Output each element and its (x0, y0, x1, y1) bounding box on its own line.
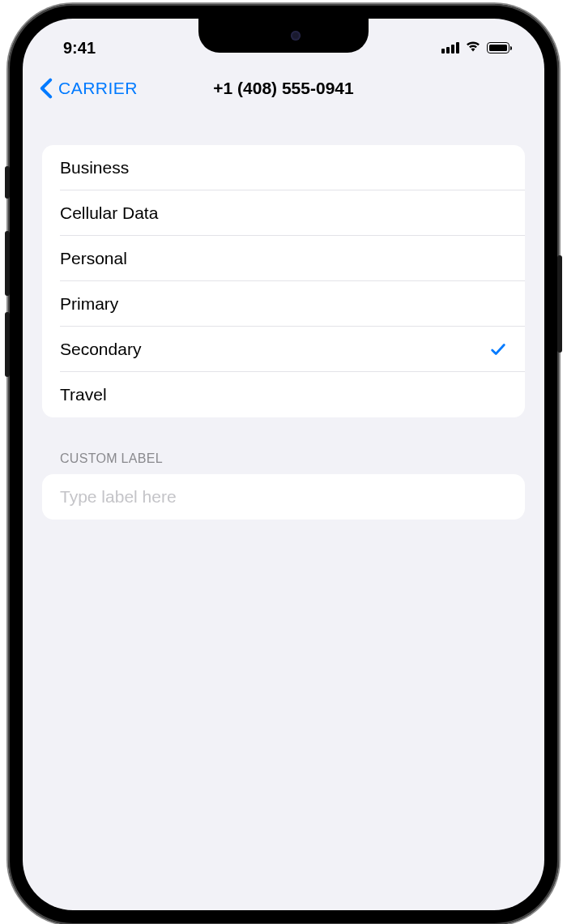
navigation-bar: CARRIER +1 (408) 555-0941 (23, 64, 544, 113)
power-button (557, 255, 562, 353)
page-title: +1 (408) 555-0941 (213, 79, 353, 98)
chevron-left-icon (37, 78, 55, 99)
front-camera (291, 31, 301, 41)
device-frame: 9:41 (8, 4, 559, 924)
list-item-label: Travel (60, 385, 107, 404)
label-option-personal[interactable]: Personal (42, 236, 525, 281)
volume-down-button (5, 312, 10, 377)
silent-switch (5, 166, 10, 199)
custom-label-group (42, 474, 525, 520)
checkmark-icon (489, 340, 507, 358)
list-item-label: Business (60, 158, 129, 178)
custom-label-input[interactable] (60, 487, 507, 507)
back-button-label: CARRIER (58, 79, 138, 98)
content: Business Cellular Data Personal Primary … (23, 113, 544, 520)
battery-icon (487, 42, 512, 53)
screen: 9:41 (23, 19, 544, 910)
list-item-label: Secondary (60, 340, 141, 359)
list-item-label: Cellular Data (60, 203, 158, 223)
volume-up-button (5, 231, 10, 296)
back-button[interactable]: CARRIER (37, 78, 138, 99)
label-option-primary[interactable]: Primary (42, 281, 525, 327)
notch (198, 19, 369, 53)
label-list: Business Cellular Data Personal Primary … (42, 145, 525, 417)
list-item-label: Primary (60, 294, 118, 314)
label-option-secondary[interactable]: Secondary (42, 327, 525, 372)
wifi-icon (465, 40, 481, 56)
list-item-label: Personal (60, 249, 127, 268)
custom-label-header: CUSTOM LABEL (42, 417, 525, 474)
status-icons (441, 40, 512, 56)
label-option-cellular-data[interactable]: Cellular Data (42, 190, 525, 236)
label-option-travel[interactable]: Travel (42, 372, 525, 417)
status-time: 9:41 (63, 39, 96, 58)
cellular-signal-icon (441, 42, 459, 53)
label-option-business[interactable]: Business (42, 145, 525, 190)
